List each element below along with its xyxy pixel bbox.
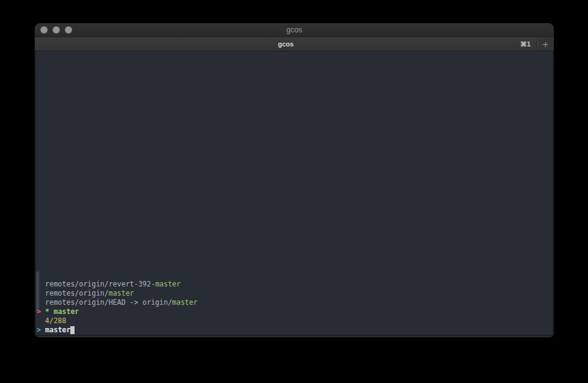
terminal-row: > * master — [37, 307, 553, 316]
terminal-text-segment: > — [37, 307, 45, 316]
tab-bar: gcos ⌘1 + — [35, 37, 554, 51]
terminal-row: remotes/origin/revert-392-master — [37, 280, 553, 289]
tab-gcos[interactable]: gcos ⌘1 — [35, 37, 537, 51]
terminal-text-segment: master — [109, 289, 134, 297]
close-button[interactable] — [40, 26, 48, 34]
terminal-text-segment: remotes/origin/HEAD -> origin/ — [37, 298, 172, 307]
terminal-text-segment: remotes/origin/revert-392- — [37, 280, 155, 288]
terminal-row: remotes/origin/master — [37, 289, 553, 298]
plus-icon: + — [543, 39, 549, 49]
terminal-text-segment: * master — [45, 307, 79, 316]
terminal-text-segment: remotes/origin/ — [37, 289, 109, 297]
zoom-button[interactable] — [65, 26, 72, 34]
terminal-text-segment: master — [45, 326, 71, 334]
terminal-content[interactable]: remotes/origin/revert-392-master remotes… — [35, 51, 554, 336]
terminal-row: > master — [37, 326, 553, 335]
terminal-window: gcos gcos ⌘1 + remotes/origin/revert-392… — [35, 23, 554, 337]
terminal-row: 4/288 — [37, 316, 553, 326]
terminal-rows: remotes/origin/revert-392-master remotes… — [36, 280, 553, 335]
window-title: gcos — [35, 26, 554, 34]
terminal-text-segment: master — [172, 298, 198, 307]
terminal-text-segment: master — [155, 280, 181, 288]
titlebar[interactable]: gcos — [35, 23, 554, 37]
terminal-text-segment: 4/288 — [37, 316, 66, 325]
text-cursor — [70, 326, 75, 334]
new-tab-button[interactable]: + — [537, 37, 554, 51]
minimize-button[interactable] — [53, 26, 60, 34]
tab-shortcut: ⌘1 — [520, 37, 531, 51]
traffic-lights — [40, 23, 72, 37]
terminal-text-segment: > — [37, 326, 45, 334]
terminal-row: remotes/origin/HEAD -> origin/master — [37, 298, 553, 307]
tab-label: gcos — [278, 40, 294, 48]
